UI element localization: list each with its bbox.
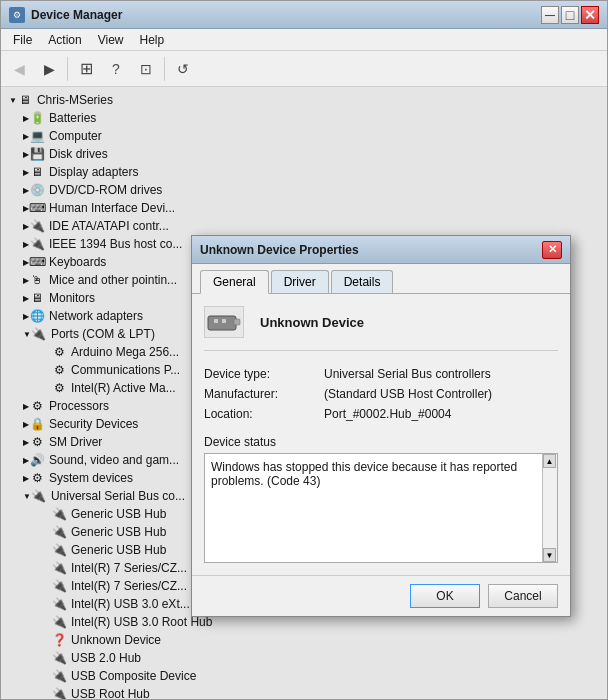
svg-rect-1 (234, 319, 240, 325)
close-button[interactable]: ✕ (581, 6, 599, 24)
tab-general[interactable]: General (200, 270, 269, 294)
refresh-button[interactable]: ↺ (169, 55, 197, 83)
dialog-titlebar: Unknown Device Properties ✕ (192, 236, 570, 264)
device-name: Unknown Device (260, 315, 364, 330)
menu-help[interactable]: Help (132, 31, 173, 49)
app-icon: ⚙ (9, 7, 25, 23)
status-box-container: Windows has stopped this device because … (204, 453, 558, 563)
menu-action[interactable]: Action (40, 31, 89, 49)
tab-details[interactable]: Details (331, 270, 394, 293)
properties-dialog: Unknown Device Properties ✕ General Driv… (191, 235, 571, 617)
maximize-button[interactable]: □ (561, 6, 579, 24)
dialog-body: Unknown Device Device type: Universal Se… (192, 294, 570, 575)
toolbar: ◀ ▶ ⊞ ? ⊡ ↺ (1, 51, 607, 87)
minimize-button[interactable]: ─ (541, 6, 559, 24)
manufacturer-value: (Standard USB Host Controller) (324, 387, 492, 401)
location-label: Location: (204, 407, 324, 421)
help-button[interactable]: ? (102, 55, 130, 83)
dialog-footer: OK Cancel (192, 575, 570, 616)
device-manager-window: ⚙ Device Manager ─ □ ✕ File Action View … (0, 0, 608, 700)
cancel-button[interactable]: Cancel (488, 584, 558, 608)
svg-rect-3 (222, 319, 226, 323)
titlebar: ⚙ Device Manager ─ □ ✕ (1, 1, 607, 29)
scroll-down-button[interactable]: ▼ (543, 548, 556, 562)
svg-rect-0 (208, 316, 236, 330)
properties-button[interactable]: ⊞ (72, 55, 100, 83)
menu-view[interactable]: View (90, 31, 132, 49)
dialog-tabs: General Driver Details (192, 264, 570, 294)
toolbar-separator-1 (67, 57, 68, 81)
main-content: ▼ 🖥 Chris-MSeries ▶ 🔋 Batteries ▶ 💻 Comp… (1, 87, 607, 699)
info-row-manufacturer: Manufacturer: (Standard USB Host Control… (204, 387, 558, 401)
dialog-title: Unknown Device Properties (200, 243, 542, 257)
menubar: File Action View Help (1, 29, 607, 51)
info-table: Device type: Universal Serial Bus contro… (204, 367, 558, 421)
status-label: Device status (204, 435, 558, 449)
tab-driver[interactable]: Driver (271, 270, 329, 293)
app-title: Device Manager (31, 8, 541, 22)
status-scrollbar: ▲ ▼ (542, 454, 557, 562)
svg-rect-2 (214, 319, 218, 323)
info-row-type: Device type: Universal Serial Bus contro… (204, 367, 558, 381)
manufacturer-label: Manufacturer: (204, 387, 324, 401)
device-type-label: Device type: (204, 367, 324, 381)
menu-file[interactable]: File (5, 31, 40, 49)
status-text-box: Windows has stopped this device because … (204, 453, 558, 563)
location-value: Port_#0002.Hub_#0004 (324, 407, 451, 421)
dialog-close-button[interactable]: ✕ (542, 241, 562, 259)
status-text: Windows has stopped this device because … (211, 460, 517, 488)
device-big-icon (204, 306, 244, 338)
back-button[interactable]: ◀ (5, 55, 33, 83)
info-row-location: Location: Port_#0002.Hub_#0004 (204, 407, 558, 421)
toolbar-separator-2 (164, 57, 165, 81)
ok-button[interactable]: OK (410, 584, 480, 608)
usb-icon-svg (206, 308, 242, 336)
device-header: Unknown Device (204, 306, 558, 351)
device-type-value: Universal Serial Bus controllers (324, 367, 491, 381)
forward-button[interactable]: ▶ (35, 55, 63, 83)
show-hidden-button[interactable]: ⊡ (132, 55, 160, 83)
scroll-up-button[interactable]: ▲ (543, 454, 556, 468)
